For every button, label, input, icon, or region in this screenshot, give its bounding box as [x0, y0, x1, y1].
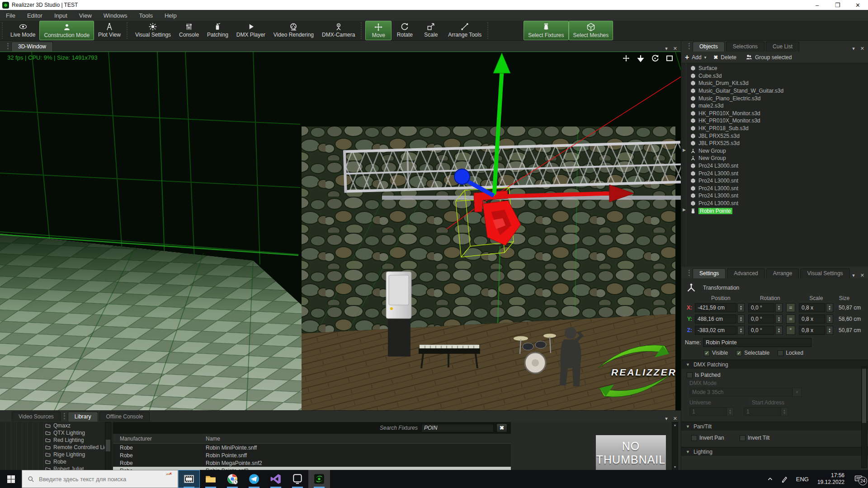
orbit-icon[interactable]: [651, 54, 659, 62]
library-folder[interactable]: Rige Lighting: [0, 451, 113, 458]
scale-y-input[interactable]: 0,8 x: [799, 314, 825, 324]
dmx-mode-dropdown[interactable]: Mode 3 35ch: [689, 388, 793, 397]
position-z-input[interactable]: -383,02 cm: [695, 326, 736, 335]
tab-3d-window[interactable]: 3D-Window: [11, 42, 53, 52]
object-row[interactable]: Pro24 L3000.snt: [681, 162, 868, 170]
invert-tilt-checkbox[interactable]: [740, 435, 745, 441]
object-row-group[interactable]: New Group: [681, 155, 868, 162]
position-z-spinner[interactable]: ▲▼: [737, 326, 745, 335]
link-x-button[interactable]: =: [786, 303, 795, 312]
panel-menu-icon[interactable]: ▾: [665, 416, 668, 422]
link-z-button[interactable]: °: [786, 326, 795, 335]
plot-view-button[interactable]: Plot View: [94, 21, 125, 40]
group-selected-button[interactable]: Group selected: [755, 54, 792, 61]
lighting-section-header[interactable]: ▼ Lighting: [681, 447, 868, 456]
tab-offline-console[interactable]: Offline Console: [99, 412, 150, 422]
object-row[interactable]: Music_Guitar_Stand_W_Guitar.s3d: [681, 87, 868, 95]
menu-tools[interactable]: Tools: [133, 10, 159, 21]
taskbar-chrome[interactable]: [222, 470, 243, 488]
arrange-tools-button[interactable]: Arrange Tools: [444, 21, 486, 40]
panel-menu-icon[interactable]: ▾: [852, 272, 855, 278]
rotate-tool-button[interactable]: Rotate: [392, 21, 418, 40]
invert-pan-checkbox[interactable]: [691, 435, 697, 441]
panel-menu-icon[interactable]: ▾: [852, 46, 855, 52]
locked-checkbox[interactable]: [778, 350, 783, 356]
maximize-icon[interactable]: [665, 54, 674, 62]
object-row[interactable]: Music_Drum_Kit.s3d: [681, 80, 868, 87]
notification-center[interactable]: 24: [849, 470, 868, 488]
visible-checkbox[interactable]: ✓: [704, 350, 710, 356]
universe-input[interactable]: 1: [689, 407, 726, 416]
library-right-scrollbar[interactable]: ▾ ▾: [672, 422, 678, 470]
fixture-row[interactable]: RobeRobin MiniPointe.snff: [113, 444, 511, 451]
visual-settings-button[interactable]: Visual Settings: [131, 21, 175, 40]
scale-y-spinner[interactable]: ▲▼: [826, 314, 833, 324]
console-button[interactable]: Console: [175, 21, 203, 40]
minimize-button[interactable]: –: [807, 0, 827, 10]
menu-windows[interactable]: Windows: [98, 10, 133, 21]
patching-button[interactable]: Patching: [203, 21, 232, 40]
scroll-down-icon[interactable]: ▾: [674, 465, 676, 469]
start-address-input[interactable]: 1: [744, 407, 781, 416]
taskbar-telegram[interactable]: [243, 470, 265, 488]
panel-grip[interactable]: [689, 270, 690, 276]
taskbar-video-app[interactable]: [178, 470, 200, 488]
pan-icon[interactable]: [622, 54, 630, 62]
taskbar-vscode[interactable]: [265, 470, 287, 488]
scale-x-input[interactable]: 0,8 x: [799, 303, 825, 312]
position-x-spinner[interactable]: ▲▼: [737, 303, 745, 312]
dmx-mode-caret[interactable]: ▼: [793, 388, 802, 397]
library-folder[interactable]: Red Lighting: [0, 436, 113, 444]
panel-grip[interactable]: [689, 43, 690, 49]
scroll-up-icon[interactable]: ▾: [674, 423, 676, 427]
tab-library[interactable]: Library: [68, 412, 98, 422]
tab-selections[interactable]: Selections: [726, 42, 764, 52]
pantilt-section-header[interactable]: ▼ Pan/Tilt: [681, 422, 868, 431]
object-row[interactable]: HK_PR018_Sub.s3d: [681, 125, 868, 132]
object-row[interactable]: Surface: [681, 65, 868, 72]
clear-search-button[interactable]: ✖: [496, 423, 507, 432]
position-y-spinner[interactable]: ▲▼: [737, 314, 745, 324]
object-row-selected[interactable]: ▶Robin Pointe: [681, 207, 868, 215]
restore-button[interactable]: ❐: [827, 0, 848, 10]
library-folder[interactable]: Remote Controlled Ligh: [0, 444, 113, 451]
object-row[interactable]: HK_PR010X_Monitor.s3d: [681, 110, 868, 117]
fixture-row[interactable]: RobeRobin Pointe.snff: [113, 451, 511, 459]
menu-editor[interactable]: Editor: [21, 10, 48, 21]
object-row[interactable]: HK_PR010X_Monitor.s3d: [681, 117, 868, 125]
menu-help[interactable]: Help: [159, 10, 183, 21]
col-manufacturer[interactable]: Manufacturer: [113, 436, 206, 442]
panel-grip[interactable]: [64, 413, 65, 419]
fixture-row[interactable]: RobeRobin MegaPointe.snf2: [113, 459, 511, 467]
dmx-patching-section-header[interactable]: ▼ DMX Patching: [681, 360, 868, 369]
tab-settings[interactable]: Settings: [693, 268, 726, 278]
select-fixtures-button[interactable]: Select Fixtures: [524, 21, 568, 40]
name-input[interactable]: [703, 338, 811, 347]
select-meshes-button[interactable]: Select Meshes: [569, 21, 613, 40]
position-y-input[interactable]: 488,16 cm: [695, 314, 736, 324]
drop-icon[interactable]: [637, 54, 645, 62]
scale-z-input[interactable]: 0,8 x: [799, 326, 825, 335]
object-row-group[interactable]: ▶New Group: [681, 147, 868, 155]
tray-language[interactable]: ENG: [792, 476, 813, 483]
object-row[interactable]: Pro24 L3000.snt: [681, 200, 868, 207]
tray-clock[interactable]: 17:56 19.12.2022: [813, 472, 849, 486]
live-mode-button[interactable]: Live Mode: [6, 21, 39, 40]
position-x-input[interactable]: -421,59 cm: [695, 303, 736, 312]
add-caret-icon[interactable]: ▾: [704, 55, 707, 60]
viewport-3d[interactable]: [0, 52, 681, 410]
object-row[interactable]: Cube.s3d: [681, 72, 868, 80]
menu-file[interactable]: File: [0, 10, 21, 21]
move-tool-button[interactable]: Move: [365, 21, 392, 40]
tab-objects[interactable]: Objects: [693, 42, 725, 52]
tray-chevron[interactable]: [763, 476, 777, 482]
taskbar-search-input[interactable]: [39, 476, 129, 483]
scale-x-spinner[interactable]: ▲▼: [826, 303, 833, 312]
panel-close-icon[interactable]: ✕: [673, 46, 677, 52]
tab-advanced[interactable]: Advanced: [727, 268, 764, 278]
col-name[interactable]: Name: [206, 436, 511, 442]
universe-spinner[interactable]: ▲▼: [726, 407, 734, 416]
scale-tool-button[interactable]: Scale: [418, 21, 444, 40]
add-object-button[interactable]: Add: [692, 54, 701, 61]
construction-mode-button[interactable]: Construction Mode: [39, 21, 94, 40]
